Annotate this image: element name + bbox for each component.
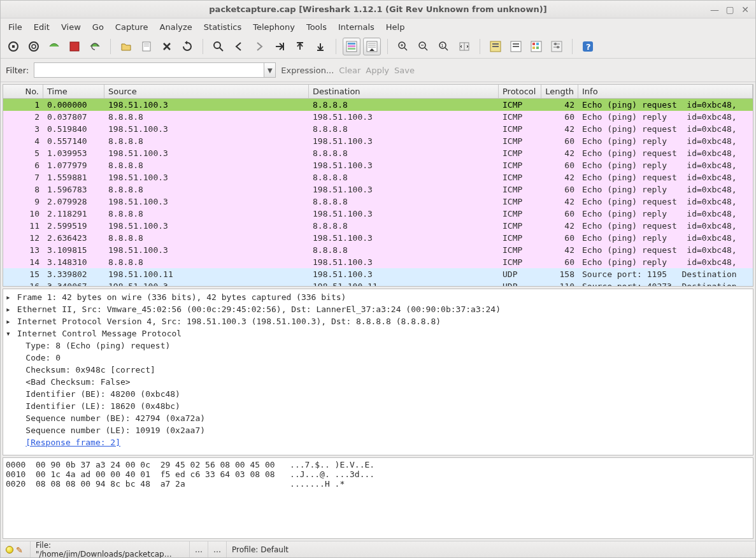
options-icon[interactable] <box>25 38 43 55</box>
col-header-protocol[interactable]: Protocol <box>499 85 541 98</box>
zoom-in-icon[interactable] <box>394 38 412 55</box>
autoscroll-icon[interactable] <box>363 38 381 55</box>
packet-row[interactable]: 20.0378078.8.8.8198.51.100.3ICMP60Echo (… <box>3 111 753 123</box>
menu-analyze[interactable]: Analyze <box>155 20 197 34</box>
menu-go[interactable]: Go <box>87 20 109 34</box>
col-header-destination[interactable]: Destination <box>309 85 499 98</box>
colorize-icon[interactable] <box>343 38 360 55</box>
expert-info-icon[interactable] <box>6 546 13 554</box>
menu-view[interactable]: View <box>56 20 86 34</box>
maximize-button[interactable]: ▢ <box>725 4 735 15</box>
menu-telephony[interactable]: Telephony <box>248 20 300 34</box>
detail-ethernet: Ethernet II, Src: Vmware_45:02:56 (00:0c… <box>17 304 501 314</box>
filter-dropdown-icon[interactable]: ▼ <box>264 62 276 78</box>
collapse-icon[interactable]: ▾ <box>6 327 12 340</box>
filter-input[interactable] <box>34 62 264 78</box>
menu-internals[interactable]: Internals <box>333 20 380 34</box>
menu-file[interactable]: File <box>3 20 27 34</box>
edit-capture-comment-icon[interactable] <box>16 545 25 554</box>
packet-row[interactable]: 102.1182918.8.8.8198.51.100.3ICMP60Echo … <box>3 208 753 220</box>
status-load[interactable]: … <box>208 541 227 557</box>
detail-field[interactable]: Identifier (LE): 18620 (0x48bc) <box>6 400 750 412</box>
interfaces-icon[interactable] <box>4 38 22 55</box>
detail-field[interactable]: Type: 8 (Echo (ping) request) <box>6 340 750 352</box>
packet-row[interactable]: 40.5571408.8.8.8198.51.100.3ICMP60Echo (… <box>3 135 753 147</box>
filter-save-button[interactable]: Save <box>394 66 415 75</box>
display-filters-icon[interactable] <box>507 38 525 55</box>
packet-row[interactable]: 112.599519198.51.100.38.8.8.8ICMP42Echo … <box>3 220 753 232</box>
expand-icon[interactable]: ▸ <box>6 303 12 315</box>
packet-row[interactable]: 51.039953198.51.100.38.8.8.8ICMP42Echo (… <box>3 147 753 159</box>
col-header-no[interactable]: No. <box>3 85 43 98</box>
close-button[interactable]: ✕ <box>740 4 750 15</box>
resize-columns-icon[interactable] <box>455 38 473 55</box>
zoom-out-icon[interactable] <box>415 38 432 55</box>
help-icon[interactable]: ? <box>579 38 597 55</box>
packet-row[interactable]: 61.0779798.8.8.8198.51.100.3ICMP60Echo (… <box>3 159 753 171</box>
detail-field[interactable]: Sequence number (LE): 10919 (0x2aa7) <box>6 424 750 436</box>
col-header-info[interactable]: Info <box>578 85 753 98</box>
packet-row[interactable]: 122.6364238.8.8.8198.51.100.3ICMP60Echo … <box>3 232 753 244</box>
go-to-packet-icon[interactable] <box>271 38 289 55</box>
svg-rect-17 <box>348 48 355 50</box>
status-profile[interactable]: Profile: Default <box>227 541 755 557</box>
detail-field[interactable]: <Bad Checksum: False> <box>6 376 750 388</box>
packet-row[interactable]: 10.000000198.51.100.38.8.8.8ICMP42Echo (… <box>3 99 753 111</box>
titlebar[interactable]: packetcapture.cap [Wireshark 1.12.1 (Git… <box>1 1 755 18</box>
zoom-reset-icon[interactable]: 1 <box>435 38 453 55</box>
filter-clear-button[interactable]: Clear <box>339 66 360 75</box>
packet-row[interactable]: 71.559881198.51.100.38.8.8.8ICMP42Echo (… <box>3 171 753 183</box>
packet-list: No. Time Source Destination Protocol Len… <box>3 84 753 287</box>
menu-statistics[interactable]: Statistics <box>199 20 246 34</box>
detail-field[interactable]: Checksum: 0x948c [correct] <box>6 364 750 376</box>
filter-apply-button[interactable]: Apply <box>366 66 389 75</box>
packet-row[interactable]: 153.339802198.51.100.11198.51.100.3UDP15… <box>3 268 753 280</box>
status-file[interactable]: File: "/home/jim/Downloads/packetcap… <box>31 541 190 557</box>
expand-icon[interactable]: ▸ <box>6 291 12 303</box>
svg-rect-4 <box>70 42 79 51</box>
detail-field[interactable]: Code: 0 <box>6 352 750 364</box>
packet-row[interactable]: 30.519840198.51.100.38.8.8.8ICMP42Echo (… <box>3 123 753 135</box>
detail-field[interactable]: Identifier (BE): 48200 (0xbc48) <box>6 388 750 400</box>
go-back-icon[interactable] <box>230 38 248 55</box>
packet-list-body[interactable]: 10.000000198.51.100.38.8.8.8ICMP42Echo (… <box>3 99 753 286</box>
packet-row[interactable]: 143.1483108.8.8.8198.51.100.3ICMP60Echo … <box>3 256 753 268</box>
go-first-icon[interactable] <box>291 38 309 55</box>
detail-ip: Internet Protocol Version 4, Src: 198.51… <box>17 317 441 326</box>
status-packets[interactable]: … <box>190 541 208 557</box>
go-forward-icon[interactable] <box>250 38 268 55</box>
filter-label: Filter: <box>6 66 29 75</box>
detail-field[interactable]: Sequence number (BE): 42794 (0xa72a) <box>6 412 750 424</box>
start-capture-icon[interactable] <box>45 38 63 55</box>
expand-icon[interactable]: ▸ <box>6 315 12 327</box>
coloring-rules-icon[interactable] <box>527 38 545 55</box>
menu-tools[interactable]: Tools <box>301 20 332 34</box>
find-icon[interactable] <box>210 38 227 55</box>
capture-filters-icon[interactable] <box>487 38 504 55</box>
filter-expression-button[interactable]: Expression... <box>281 66 334 75</box>
packet-details[interactable]: ▸ Frame 1: 42 bytes on wire (336 bits), … <box>3 289 753 455</box>
reload-icon[interactable] <box>178 38 196 55</box>
packet-row[interactable]: 92.079928198.51.100.38.8.8.8ICMP42Echo (… <box>3 196 753 208</box>
save-file-icon[interactable] <box>138 38 155 55</box>
close-file-icon[interactable] <box>158 38 176 55</box>
packet-row[interactable]: 81.5967838.8.8.8198.51.100.3ICMP60Echo (… <box>3 183 753 196</box>
minimize-button[interactable]: — <box>710 4 720 15</box>
packet-row[interactable]: 133.109815198.51.100.38.8.8.8ICMP42Echo … <box>3 244 753 256</box>
hex-dump[interactable]: 0000 00 90 0b 37 a3 24 00 0c 29 45 02 56… <box>3 457 753 539</box>
toolbar: 1 ? <box>1 35 755 59</box>
packet-row[interactable]: 163.340067198.51.100.3198.51.100.11UDP11… <box>3 280 753 286</box>
col-header-source[interactable]: Source <box>104 85 309 98</box>
menu-help[interactable]: Help <box>381 20 410 34</box>
preferences-icon[interactable] <box>548 38 566 55</box>
open-file-icon[interactable] <box>117 38 135 55</box>
go-last-icon[interactable] <box>311 38 329 55</box>
menu-edit[interactable]: Edit <box>29 20 55 34</box>
stop-capture-icon[interactable] <box>66 38 83 55</box>
response-frame-link[interactable]: [Response frame: 2] <box>25 438 120 447</box>
restart-capture-icon[interactable] <box>86 38 104 55</box>
col-header-time[interactable]: Time <box>43 85 104 98</box>
col-header-length[interactable]: Length <box>541 85 578 98</box>
svg-rect-36 <box>492 46 499 47</box>
menu-capture[interactable]: Capture <box>110 20 153 34</box>
